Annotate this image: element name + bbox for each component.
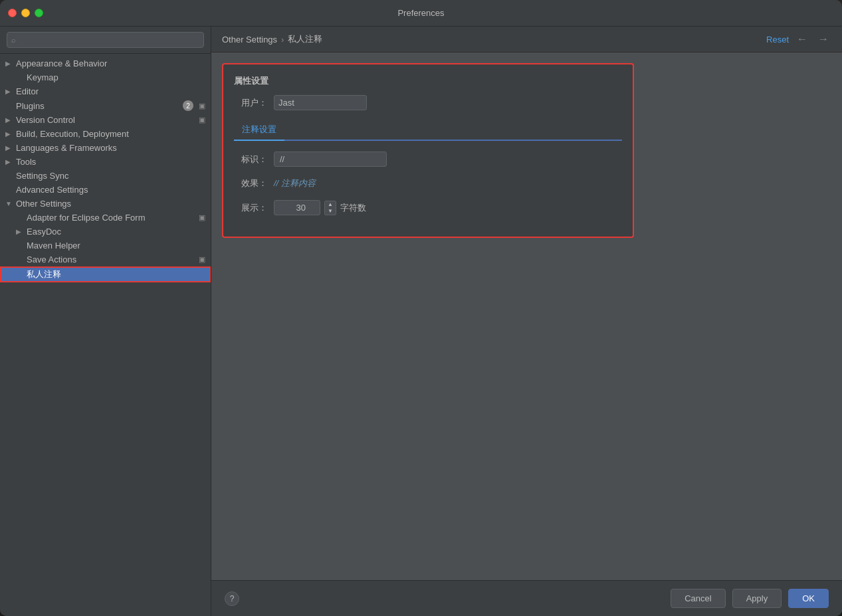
display-label: 展示： [234, 202, 267, 214]
reset-button[interactable]: Reset [766, 35, 789, 45]
effect-field-row: 效果： // 注释内容 [234, 177, 622, 189]
display-input[interactable] [274, 200, 320, 215]
sidebar-item-settings-sync[interactable]: Settings Sync [0, 169, 211, 183]
tab-bar: 注释设置 [234, 120, 622, 141]
user-input[interactable] [274, 95, 367, 110]
maximize-button[interactable] [35, 9, 43, 17]
main-header: Other Settings › 私人注释 Reset ← → [211, 27, 842, 52]
main-panel: Other Settings › 私人注释 Reset ← → 属性设置 [211, 27, 842, 616]
content-area: ⌕ ▶ Appearance & Behavior Keymap ▶ [0, 27, 842, 616]
arrow-icon: ▶ [5, 116, 16, 124]
settings-panel: 属性设置 用户： 注释设置 标识： [222, 63, 634, 238]
sidebar-item-tools[interactable]: ▶ Tools [0, 155, 211, 169]
footer-left: ? [225, 591, 664, 606]
disable-icon: ▣ [199, 116, 205, 124]
sidebar-item-easydoc[interactable]: ▶ EasyDoc [0, 225, 211, 239]
search-input[interactable] [7, 32, 204, 48]
back-button[interactable]: ← [794, 32, 810, 47]
disable-icon: ▣ [199, 213, 205, 222]
forward-button[interactable]: → [815, 32, 831, 47]
cancel-button[interactable]: Cancel [671, 589, 725, 608]
disable-icon: ▣ [199, 255, 205, 264]
marker-field-row: 标识： [234, 152, 622, 167]
apply-button[interactable]: Apply [732, 589, 782, 608]
user-field-row: 用户： [234, 95, 622, 110]
sidebar-tree: ▶ Appearance & Behavior Keymap ▶ Editor … [0, 54, 211, 616]
marker-input[interactable] [274, 152, 387, 167]
spinner-down-button[interactable]: ▼ [325, 208, 336, 215]
traffic-lights [8, 9, 43, 17]
arrow-icon: ▼ [5, 200, 16, 207]
sidebar-item-editor[interactable]: ▶ Editor [0, 84, 211, 98]
arrow-icon: ▶ [5, 88, 16, 95]
minimize-button[interactable] [21, 9, 30, 17]
search-icon: ⌕ [11, 36, 16, 44]
arrow-icon: ▶ [5, 144, 16, 152]
arrow-icon: ▶ [16, 228, 27, 235]
user-label: 用户： [234, 97, 267, 109]
arrow-icon: ▶ [5, 158, 16, 165]
breadcrumb-current: 私人注释 [288, 33, 322, 45]
sidebar-item-build-execution[interactable]: ▶ Build, Execution, Deployment [0, 127, 211, 141]
header-actions: Reset ← → [766, 32, 831, 47]
ok-button[interactable]: OK [788, 589, 829, 608]
sidebar-item-adapter-eclipse[interactable]: Adapter for Eclipse Code Form ▣ [0, 211, 211, 225]
arrow-icon: ▶ [5, 130, 16, 138]
sidebar-item-languages-frameworks[interactable]: ▶ Languages & Frameworks [0, 141, 211, 155]
search-bar: ⌕ [0, 27, 211, 54]
sidebar-item-advanced-settings[interactable]: Advanced Settings [0, 183, 211, 197]
breadcrumb-parent: Other Settings [222, 35, 277, 45]
sidebar-item-save-actions[interactable]: Save Actions ▣ [0, 253, 211, 266]
footer: ? Cancel Apply OK [211, 580, 842, 616]
help-button[interactable]: ? [225, 591, 239, 606]
marker-label: 标识： [234, 154, 267, 165]
sidebar: ⌕ ▶ Appearance & Behavior Keymap ▶ [0, 27, 211, 616]
sidebar-item-other-settings[interactable]: ▼ Other Settings [0, 197, 211, 211]
spinner-buttons: ▲ ▼ [324, 201, 336, 215]
sidebar-item-version-control[interactable]: ▶ Version Control ▣ [0, 113, 211, 127]
search-wrapper: ⌕ [7, 32, 204, 48]
sidebar-item-appearance-behavior[interactable]: ▶ Appearance & Behavior [0, 56, 211, 70]
sidebar-item-plugins[interactable]: Plugins 2 ▣ [0, 98, 211, 113]
plugins-badge: 2 [183, 100, 193, 111]
display-field-row: 展示： ▲ ▼ 字符数 [234, 200, 622, 215]
effect-label: 效果： [234, 177, 267, 189]
arrow-icon: ▶ [5, 60, 16, 67]
disable-icon: ▣ [199, 102, 205, 110]
close-button[interactable] [8, 9, 17, 17]
breadcrumb-separator: › [281, 35, 284, 45]
sidebar-item-maven-helper[interactable]: Maven Helper [0, 239, 211, 253]
section-title: 属性设置 [234, 75, 622, 87]
display-row: ▲ ▼ 字符数 [274, 200, 366, 215]
main-content: 属性设置 用户： 注释设置 标识： [211, 52, 842, 580]
title-bar: Preferences [0, 0, 842, 27]
sidebar-item-private-comment[interactable]: 私人注释 [0, 266, 211, 282]
spinner-up-button[interactable]: ▲ [325, 201, 336, 208]
preferences-window: Preferences ⌕ ▶ Appearance & Behavior [0, 0, 842, 616]
effect-preview: // 注释内容 [274, 177, 316, 189]
window-title: Preferences [397, 8, 444, 18]
display-unit: 字符数 [340, 202, 366, 214]
breadcrumb: Other Settings › 私人注释 [222, 33, 322, 45]
sidebar-item-keymap[interactable]: Keymap [0, 70, 211, 84]
tab-comment-settings[interactable]: 注释设置 [234, 120, 284, 141]
